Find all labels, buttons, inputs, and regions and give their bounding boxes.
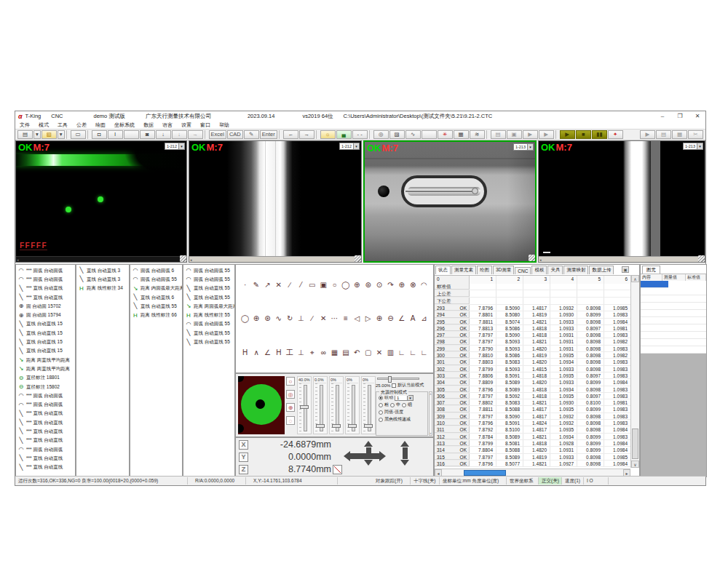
magnifier-button[interactable]: ◎ bbox=[373, 130, 389, 139]
palette-tool-button[interactable]: ∕ bbox=[285, 279, 294, 290]
slider-track[interactable] bbox=[363, 383, 373, 433]
resize-grip-icon[interactable] bbox=[355, 255, 361, 262]
menu-item-1[interactable]: 文件 bbox=[15, 121, 34, 129]
table-row[interactable]: 307OK7.88028.50831.48211.09300.81001.098… bbox=[435, 399, 631, 406]
run-file-button[interactable]: ▶ bbox=[523, 130, 538, 139]
list-item[interactable]: H距离 线性标注 34 bbox=[76, 284, 129, 293]
pen-button[interactable]: ✎ bbox=[244, 130, 259, 139]
list-item[interactable]: ╲直线 自动直线 3 bbox=[76, 275, 129, 284]
list-item[interactable]: ◠圆弧 自动圆弧 55 bbox=[183, 266, 234, 275]
play-button[interactable]: ▶ bbox=[539, 130, 554, 139]
menu-item-4[interactable]: 公差 bbox=[72, 121, 91, 129]
save-button[interactable]: ▤ bbox=[17, 130, 33, 139]
list-item[interactable]: H距离 线性标注 66 bbox=[130, 311, 182, 319]
tab-8[interactable]: 测量映射 bbox=[563, 266, 588, 274]
table-row[interactable]: 302OK7.87998.50931.48151.09330.80981.098… bbox=[435, 366, 631, 372]
camera-id-dropdown[interactable]: 1-212▾ bbox=[165, 143, 185, 150]
palette-tool-button[interactable]: ▭ bbox=[307, 279, 317, 290]
element-row[interactable] bbox=[641, 332, 706, 339]
master-brightness-slider[interactable] bbox=[377, 378, 419, 380]
list-item[interactable]: ╲直线 自动直线 3 bbox=[76, 266, 129, 275]
palette-tool-button[interactable]: ✕ bbox=[374, 348, 384, 358]
list-item[interactable]: ╲*** 直线 自动直线 bbox=[16, 454, 75, 463]
level-fine-radio[interactable] bbox=[402, 403, 406, 407]
list-item[interactable]: ◠圆弧 自动圆弧 6 bbox=[130, 266, 182, 275]
element-row[interactable] bbox=[641, 324, 706, 332]
palette-tool-button[interactable]: ↶ bbox=[352, 348, 362, 358]
save-result-button[interactable]: ▤ bbox=[491, 130, 506, 139]
camera-view-2[interactable]: ◂▸ OKM:7 1-212▾ bbox=[189, 140, 362, 263]
blank-button[interactable] bbox=[124, 130, 139, 139]
step-button[interactable]: ▶ bbox=[560, 130, 575, 139]
scrollbar-thumb[interactable] bbox=[632, 428, 638, 459]
checker-button[interactable]: ▨ bbox=[389, 130, 405, 139]
tab-3[interactable]: 绘图 bbox=[477, 266, 492, 274]
move-right-button[interactable]: → bbox=[188, 130, 203, 139]
table-row[interactable]: 294OK7.88018.50801.48191.09300.80991.098… bbox=[435, 311, 631, 318]
palette-tool-button[interactable]: ⁄ bbox=[296, 279, 306, 290]
list-item[interactable]: ◠*** 圆弧 自动圆弧 bbox=[16, 266, 75, 275]
chart-button[interactable]: ≋ bbox=[470, 130, 485, 139]
palette-tool-button[interactable]: ⊥ bbox=[296, 314, 306, 324]
table-row[interactable]: 312OK7.87848.50891.48211.09340.80991.098… bbox=[435, 434, 631, 440]
blank2-button[interactable] bbox=[422, 130, 437, 139]
palette-tool-button[interactable]: ⊕ bbox=[374, 314, 384, 324]
element-row[interactable] bbox=[641, 339, 706, 346]
menu-item-9[interactable]: 设置 bbox=[177, 121, 196, 129]
list-item[interactable]: ◠*** 圆弧 自动圆弧 bbox=[16, 275, 75, 284]
table-row[interactable]: 311OK7.87928.51001.48171.09350.80981.098… bbox=[435, 426, 631, 433]
palette-tool-button[interactable]: ↗ bbox=[263, 279, 272, 290]
default-mode-checkbox[interactable] bbox=[392, 383, 396, 388]
camera-id-dropdown[interactable]: 1-213▾ bbox=[683, 143, 703, 150]
slider-thumb[interactable] bbox=[316, 424, 325, 428]
palette-tool-button[interactable]: ↷ bbox=[386, 279, 395, 290]
list-item[interactable]: ↘距离 两直线平均距离 bbox=[16, 364, 75, 373]
table-row[interactable]: 304OK7.88098.50891.48201.09330.80991.098… bbox=[435, 379, 631, 386]
list-item[interactable]: ╲直线 自动直线 55 bbox=[130, 302, 182, 311]
camera-id-dropdown[interactable]: 1-212▾ bbox=[339, 143, 360, 150]
slider-track[interactable] bbox=[347, 383, 357, 433]
list-item[interactable]: ◠圆弧 自动圆弧 55 bbox=[130, 275, 182, 284]
table-row[interactable]: 标准值 bbox=[435, 283, 631, 290]
open-button[interactable]: ▧ bbox=[41, 130, 57, 139]
close-button[interactable]: ✕ bbox=[692, 113, 703, 119]
options-scrollbar[interactable]: ∧∨ bbox=[429, 391, 432, 436]
list-item[interactable]: ╲*** 直线 自动直线 bbox=[16, 284, 75, 293]
menu-item-8[interactable]: 语言 bbox=[158, 121, 177, 129]
jog-z-arrows[interactable] bbox=[400, 441, 409, 466]
slider-thumb[interactable] bbox=[388, 376, 392, 383]
cut-button[interactable]: ✂ bbox=[688, 130, 703, 139]
light-button[interactable]: ☼ bbox=[320, 130, 336, 139]
list-item[interactable]: ╲直线 自动直线 55 bbox=[183, 284, 234, 293]
same-value-radio[interactable] bbox=[379, 410, 383, 415]
slider-thumb[interactable] bbox=[364, 424, 373, 428]
palette-tool-button[interactable]: ∟ bbox=[397, 348, 406, 358]
menu-item-6[interactable]: 坐标系统 bbox=[110, 121, 139, 129]
palette-tool-button[interactable]: ◯ bbox=[240, 314, 250, 324]
palette-tool-button[interactable]: ⊖ bbox=[386, 314, 395, 324]
jog-y-arrows[interactable] bbox=[364, 441, 373, 466]
list-item[interactable]: ╲*** 直线 自动直线 bbox=[16, 293, 75, 302]
menu-item-2[interactable]: 模式 bbox=[34, 121, 53, 129]
camera-4-scrollbar[interactable]: ◂▸ bbox=[539, 256, 705, 262]
list-item[interactable]: ╲*** 直线 自动直线 bbox=[16, 418, 75, 427]
menu-item-3[interactable]: 工具 bbox=[53, 121, 72, 129]
dither-button[interactable]: ▦ bbox=[454, 130, 469, 139]
palette-tool-button[interactable]: ▣ bbox=[319, 279, 328, 290]
select-rect-button[interactable]: ▭ bbox=[71, 130, 86, 139]
palette-tool-button[interactable]: ⊗ bbox=[408, 279, 417, 290]
element-row[interactable] bbox=[641, 317, 706, 324]
list-item[interactable]: ╲*** 直线 自动直线 bbox=[16, 463, 75, 472]
list-item[interactable]: ╲*** 直线 自动直线 bbox=[16, 437, 75, 445]
list-item[interactable]: ↘距离 内圆弧最大距离 bbox=[130, 284, 182, 293]
black-decay-radio[interactable] bbox=[379, 418, 383, 422]
maximize-button[interactable]: ❐ bbox=[675, 113, 685, 119]
menu-item-5[interactable]: 绘图 bbox=[91, 121, 110, 129]
probe-alert-button[interactable]: ◙ bbox=[140, 130, 155, 139]
tab-4[interactable]: 3D测量 bbox=[493, 266, 514, 274]
open-dropdown[interactable]: ▾ bbox=[58, 130, 65, 139]
table-row[interactable]: 316OK7.87968.50771.48211.09270.80981.098… bbox=[435, 461, 631, 467]
palette-tool-button[interactable]: ⊙ bbox=[374, 279, 384, 290]
ring-light-button[interactable]: ◎ bbox=[286, 390, 295, 399]
palette-tool-button[interactable]: ∟ bbox=[408, 348, 417, 358]
